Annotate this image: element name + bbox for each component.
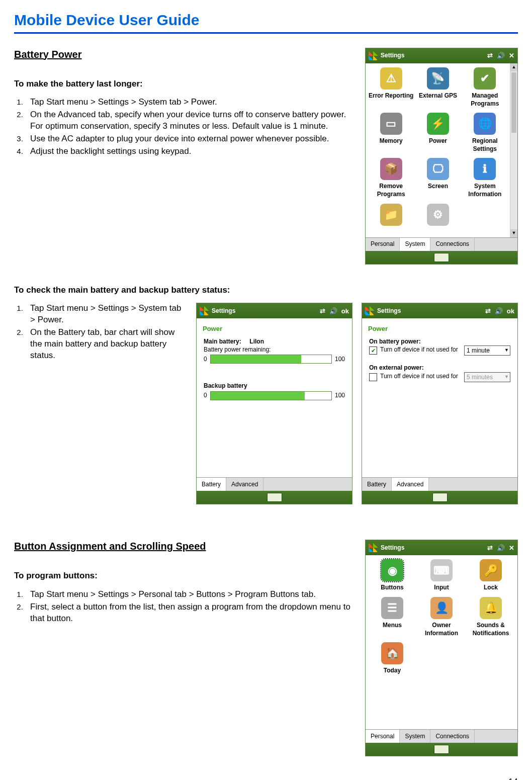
icon-label: Error Reporting bbox=[369, 92, 413, 100]
icon-label: System Information bbox=[463, 182, 507, 198]
external-turnoff-checkbox[interactable] bbox=[369, 373, 377, 381]
settings-icon-cell[interactable]: ⚡Power bbox=[415, 113, 460, 153]
start-icon[interactable] bbox=[365, 306, 374, 315]
steps-list-1: Tap Start menu > Settings > System tab >… bbox=[14, 97, 355, 157]
page-number: 14 bbox=[14, 776, 518, 780]
list-item: Tap Start menu > Settings > System tab >… bbox=[25, 97, 355, 108]
settings-icon-cell[interactable]: ⚙ bbox=[415, 204, 460, 228]
tab-connections[interactable]: Connections bbox=[430, 730, 475, 743]
icon-icon[interactable]: ⚙ bbox=[427, 204, 449, 226]
volume-icon[interactable]: 🔊 bbox=[497, 51, 505, 60]
list-item: First, select a button from the list, th… bbox=[25, 601, 355, 625]
start-icon[interactable] bbox=[200, 306, 209, 315]
settings-icon-cell[interactable]: ☰Menus bbox=[369, 597, 416, 637]
keyboard-icon[interactable] bbox=[432, 493, 448, 502]
icon-label: Menus bbox=[369, 621, 416, 629]
scroll-down-icon[interactable]: ▼ bbox=[510, 229, 517, 237]
scale-min: 0 bbox=[204, 355, 207, 363]
settings-icon-cell[interactable]: ℹSystem Information bbox=[463, 158, 507, 198]
owner-information-icon[interactable]: 👤 bbox=[430, 597, 453, 619]
today-icon[interactable]: 🏠 bbox=[381, 642, 403, 664]
sip-bar bbox=[366, 251, 517, 264]
settings-icon-cell[interactable]: ◉Buttons bbox=[369, 559, 416, 591]
keyboard-icon[interactable] bbox=[267, 493, 282, 502]
volume-icon[interactable]: 🔊 bbox=[329, 307, 337, 316]
connectivity-icon[interactable]: ⇄ bbox=[487, 51, 493, 60]
connectivity-icon[interactable]: ⇄ bbox=[485, 307, 491, 316]
close-icon[interactable]: ✕ bbox=[509, 544, 514, 553]
error-reporting-icon[interactable]: ⚠ bbox=[380, 67, 402, 90]
tab-connections[interactable]: Connections bbox=[430, 238, 475, 251]
ok-button[interactable]: ok bbox=[507, 307, 514, 316]
titlebar-label: Settings bbox=[212, 307, 235, 315]
section-heading-buttons: Button Assignment and Scrolling Speed bbox=[14, 540, 355, 553]
subheading-longer: To make the battery last longer: bbox=[14, 78, 355, 90]
settings-icon-cell[interactable]: 🔑Lock bbox=[467, 559, 514, 591]
settings-icon-cell[interactable]: ▭Memory bbox=[369, 113, 413, 153]
keyboard-icon[interactable] bbox=[434, 253, 449, 262]
settings-icon-cell[interactable]: 🏠Today bbox=[369, 642, 416, 674]
keyboard-icon[interactable] bbox=[434, 745, 449, 754]
scrollbar[interactable]: ▲ ▼ bbox=[510, 63, 517, 237]
tab-advanced[interactable]: Advanced bbox=[392, 478, 429, 491]
settings-icon-cell[interactable]: 🖵Screen bbox=[415, 158, 460, 198]
close-icon[interactable]: ✕ bbox=[509, 51, 514, 60]
settings-icon-cell[interactable]: 📁 bbox=[369, 204, 413, 228]
scale-max: 100 bbox=[335, 391, 345, 399]
tab-battery[interactable]: Battery bbox=[197, 478, 226, 491]
icon-label: Screen bbox=[415, 182, 460, 190]
scroll-thumb[interactable] bbox=[511, 72, 516, 133]
tab-advanced[interactable]: Advanced bbox=[226, 478, 263, 491]
on-battery-heading: On battery power: bbox=[369, 337, 510, 345]
settings-icon-cell[interactable]: 🌐Regional Settings bbox=[463, 113, 507, 153]
main-battery-bar bbox=[210, 355, 332, 364]
icon-label: Buttons bbox=[369, 583, 416, 591]
battery-timeout-combo[interactable]: 1 minute bbox=[464, 345, 510, 356]
tab-system[interactable]: System bbox=[400, 730, 430, 743]
volume-icon[interactable]: 🔊 bbox=[497, 544, 505, 553]
screen-icon[interactable]: 🖵 bbox=[427, 158, 449, 180]
managed-programs-icon[interactable]: ✔ bbox=[474, 67, 496, 90]
input-icon[interactable]: ⌨ bbox=[430, 559, 453, 581]
settings-icon-cell[interactable]: 📡External GPS bbox=[415, 67, 460, 108]
regional-settings-icon[interactable]: 🌐 bbox=[474, 113, 496, 135]
settings-icon-cell[interactable]: 📦Remove Programs bbox=[369, 158, 413, 198]
settings-icon-cell[interactable]: ⌨Input bbox=[418, 559, 465, 591]
section-heading-battery: Battery Power bbox=[14, 48, 355, 61]
start-icon[interactable] bbox=[369, 51, 378, 60]
tab-personal[interactable]: Personal bbox=[366, 730, 400, 743]
buttons-icon[interactable]: ◉ bbox=[381, 559, 403, 581]
external-timeout-combo[interactable]: 5 minutes bbox=[464, 372, 510, 382]
settings-icon-cell[interactable]: ✔Managed Programs bbox=[463, 67, 507, 108]
settings-icon-cell[interactable]: 👤Owner Information bbox=[418, 597, 465, 637]
titlebar: Settings ⇄ 🔊 ✕ bbox=[366, 48, 517, 63]
system-information-icon[interactable]: ℹ bbox=[474, 158, 496, 180]
start-icon[interactable] bbox=[369, 543, 378, 552]
connectivity-icon[interactable]: ⇄ bbox=[320, 307, 325, 316]
sounds-notifications-icon[interactable]: 🔔 bbox=[480, 597, 502, 619]
volume-icon[interactable]: 🔊 bbox=[495, 307, 503, 316]
lock-icon[interactable]: 🔑 bbox=[480, 559, 502, 581]
memory-icon[interactable]: ▭ bbox=[380, 113, 402, 135]
tab-personal[interactable]: Personal bbox=[366, 238, 400, 251]
main-battery-label: Main battery: bbox=[204, 338, 241, 345]
list-item: Use the AC adapter to plug your device i… bbox=[25, 133, 355, 145]
battery-turnoff-checkbox[interactable]: ✔ bbox=[369, 346, 377, 355]
icon-icon[interactable]: 📁 bbox=[380, 204, 402, 226]
settings-icon-cell[interactable]: ⚠Error Reporting bbox=[369, 67, 413, 108]
sip-bar bbox=[362, 491, 517, 504]
icon-label: Remove Programs bbox=[369, 182, 413, 198]
connectivity-icon[interactable]: ⇄ bbox=[487, 544, 493, 553]
scroll-up-icon[interactable]: ▲ bbox=[510, 63, 517, 71]
menus-icon[interactable]: ☰ bbox=[381, 597, 403, 619]
battery-turnoff-label: Turn off device if not used for bbox=[380, 345, 461, 354]
settings-icon-cell[interactable]: 🔔Sounds & Notifications bbox=[467, 597, 514, 637]
remove-programs-icon[interactable]: 📦 bbox=[380, 158, 402, 180]
external-gps-icon[interactable]: 📡 bbox=[427, 67, 449, 90]
screenshot-power-battery: Settings ⇄ 🔊 ok Power Main battery: LiIo… bbox=[196, 303, 352, 504]
ok-button[interactable]: ok bbox=[341, 307, 349, 316]
tab-system[interactable]: System bbox=[400, 238, 430, 251]
titlebar: Settings ⇄ 🔊 ok bbox=[197, 303, 352, 318]
power-icon[interactable]: ⚡ bbox=[427, 113, 449, 135]
tab-battery[interactable]: Battery bbox=[362, 478, 392, 491]
